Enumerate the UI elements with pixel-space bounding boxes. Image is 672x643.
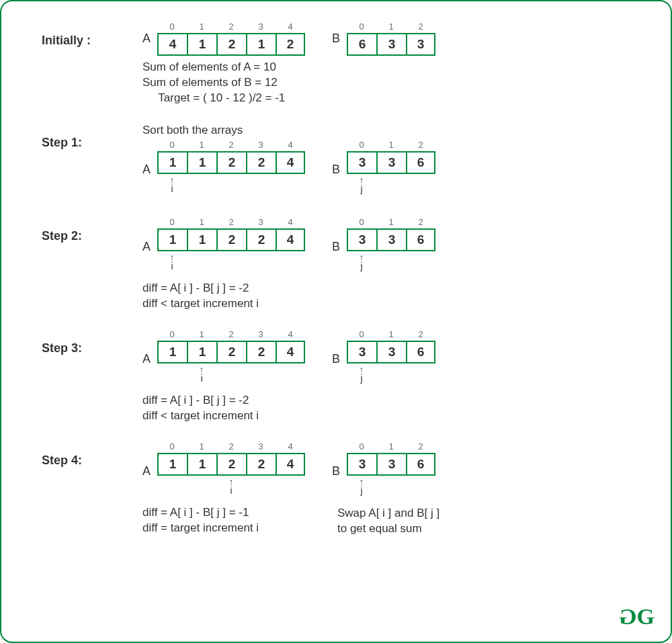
array-cell: 2 — [216, 33, 246, 56]
array-label: B — [332, 352, 340, 366]
array-and-pointer: 012336↑j — [347, 140, 435, 200]
arrays-line: A0123411224↑iB012336↑j — [142, 441, 630, 501]
logo-letter-2: G — [637, 604, 652, 629]
pointer-slot — [276, 175, 305, 200]
pointer-label: j — [360, 485, 362, 496]
pointer-slot — [246, 253, 276, 277]
cells-row: 336 — [347, 228, 435, 251]
array-cell: 3 — [347, 341, 376, 363]
step-title: Step 1: — [42, 124, 142, 150]
caption-line: Sum of elements of A = 10 — [142, 60, 630, 75]
indices-row: 012 — [347, 217, 435, 227]
pointer-slot — [376, 365, 406, 389]
pointer-slot — [406, 477, 435, 501]
array-block: A0123411224↑i — [142, 217, 305, 277]
array-block: B012336↑j — [332, 441, 435, 501]
step-row: Step 1:Sort both the arraysA0123411224↑i… — [42, 124, 630, 200]
array-cell: 1 — [157, 341, 187, 363]
array-cell: 1 — [246, 33, 276, 56]
array-cell: 3 — [347, 151, 376, 174]
pointer-slot — [246, 175, 276, 200]
caption-block: diff = A[ i ] - B[ j ] = -2diff < target… — [142, 393, 630, 424]
secondary-caption-block: Swap A[ i ] and B[ j ]to get equal sum — [337, 506, 630, 537]
pointer-slot — [276, 253, 305, 277]
pointer-slot: ↑j — [347, 365, 376, 389]
step-body: A0123411224↑iB012336↑jdiff = A[ i ] - B[… — [142, 217, 630, 312]
pointer-slot: ↑i — [157, 253, 187, 277]
array-cell: 3 — [376, 228, 406, 251]
cells-row: 336 — [347, 151, 435, 174]
array-cell: 6 — [406, 151, 435, 174]
cells-row: 11224 — [157, 151, 305, 174]
array-label: B — [332, 32, 340, 46]
pointer-slot — [376, 477, 406, 501]
array-cell: 1 — [187, 341, 216, 363]
index-label: 2 — [406, 441, 435, 452]
array-block: A0123411224↑i — [142, 329, 305, 389]
diagram-frame: Initially :A0123441212B012633Sum of elem… — [0, 0, 672, 643]
array-cell: 1 — [187, 151, 216, 174]
array-label: B — [332, 464, 340, 478]
array-cell: 1 — [157, 453, 187, 476]
pointer-slot — [216, 365, 246, 389]
array-label: A — [142, 163, 151, 177]
index-label: 1 — [187, 329, 216, 339]
array-cell: 2 — [216, 453, 246, 476]
step-title: Step 2: — [42, 217, 142, 243]
array-cell: 3 — [347, 228, 376, 251]
array-cell: 1 — [187, 228, 216, 251]
indices-row: 012 — [347, 140, 435, 150]
pointer-label: j — [360, 373, 362, 384]
array-cell: 1 — [187, 33, 216, 56]
pointer-label: i — [171, 261, 173, 271]
index-label: 1 — [187, 22, 216, 32]
array-cell: 2 — [216, 341, 246, 363]
index-label: 0 — [347, 22, 376, 32]
caption-line: Sum of elements of B = 12 — [142, 75, 630, 91]
pointer-row: ↑j — [347, 175, 435, 200]
array-cell: 3 — [376, 151, 406, 174]
array-and-pointer: 0123441212 — [157, 22, 305, 56]
index-label: 2 — [406, 217, 435, 227]
index-label: 0 — [157, 329, 187, 339]
array-cell: 4 — [276, 228, 305, 251]
array-block: A0123411224↑i — [142, 140, 305, 200]
indices-row: 01234 — [157, 22, 305, 32]
pointer-row: ↑j — [347, 365, 435, 389]
index-label: 1 — [376, 140, 406, 150]
step-title: Initially : — [42, 22, 142, 48]
array-cell: 3 — [376, 453, 406, 476]
index-label: 2 — [216, 22, 246, 32]
index-label: 2 — [406, 329, 435, 339]
pointer-slot — [376, 175, 406, 200]
array-block: B012336↑j — [332, 140, 435, 200]
index-label: 2 — [216, 140, 246, 150]
index-label: 4 — [276, 441, 305, 452]
pointer-label: j — [360, 183, 362, 194]
pointer-slot — [246, 365, 276, 389]
array-cell: 3 — [376, 33, 406, 56]
caption-block: Sum of elements of A = 10Sum of elements… — [142, 60, 630, 106]
indices-row: 01234 — [157, 217, 305, 227]
pointer-row: ↑j — [347, 253, 435, 277]
array-label: B — [332, 163, 340, 177]
index-label: 3 — [246, 140, 276, 150]
array-cell: 1 — [187, 453, 216, 476]
indices-row: 01234 — [157, 329, 305, 339]
pointer-slot: ↑j — [347, 477, 376, 501]
arrays-line: A0123411224↑iB012336↑j — [142, 217, 630, 277]
pointer-row: ↑j — [347, 477, 435, 501]
index-label: 2 — [216, 441, 246, 452]
array-block: B012336↑j — [332, 217, 435, 277]
caption-line: diff < target increment i — [142, 296, 630, 312]
pointer-slot — [276, 477, 305, 501]
pointer-slot — [246, 477, 276, 501]
array-label: A — [142, 352, 151, 366]
arrays-line: A0123441212B012633 — [142, 22, 630, 56]
array-and-pointer: 0123411224↑i — [157, 140, 305, 200]
index-label: 0 — [157, 22, 187, 32]
step-body: A0123441212B012633Sum of elements of A =… — [142, 22, 630, 106]
index-label: 0 — [347, 329, 376, 339]
step-row: Step 4:A0123411224↑iB012336↑jdiff = A[ i… — [42, 441, 630, 538]
pointer-slot — [406, 253, 435, 277]
